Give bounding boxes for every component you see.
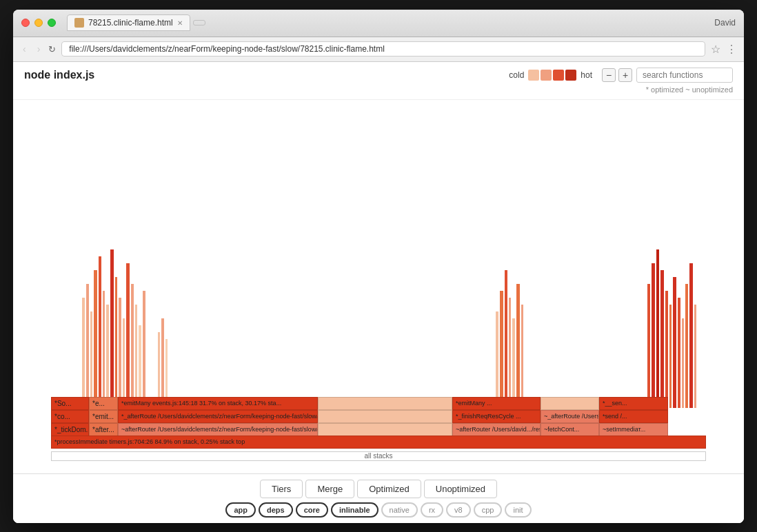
block-empty-4[interactable] [318,423,452,436]
block-after[interactable]: *after... [89,423,118,436]
block-setImmediate[interactable]: ~setImmediат... [599,423,668,436]
block-so[interactable]: *So... [51,397,89,410]
filter-deps[interactable]: deps [259,502,293,518]
svg-rect-11 [126,263,130,408]
maximize-button[interactable] [48,19,56,27]
svg-rect-28 [656,249,659,408]
addressbar: ‹ › ↻ ☆ ⋮ [13,37,744,62]
stack-row-bot: *_tickDom... *after... ~afterRouter /Use… [51,423,706,436]
block-processImmediate[interactable]: *processImmediate timers.js:704:26 84.9%… [51,436,706,449]
filter-core[interactable]: core [296,502,328,518]
heat-legend-row: cold hot − + [509,68,733,83]
block-co[interactable]: *co... [51,410,89,423]
tiers-button[interactable]: Tiers [260,480,303,498]
hot-label: hot [581,70,592,80]
merge-button[interactable]: Merge [305,480,354,498]
flame-viz: *So... *e... *emitMany events.js:145:18 … [13,100,744,473]
filter-cpp[interactable]: cpp [474,502,503,518]
svg-rect-5 [103,291,105,408]
filter-inlinable[interactable]: inlinable [331,502,378,518]
block-send[interactable]: *send /... [599,410,668,423]
svg-rect-34 [682,318,684,408]
block-empty-1[interactable] [318,397,452,410]
block-afterRouter-2[interactable]: ~afterRouter /Users/david.../restify/lib… [452,423,541,436]
stack-row-top: *So... *e... *emitMany events.js:145:18 … [51,397,706,410]
heat-subtitle: * optimized ~ unoptimized [646,85,733,94]
search-input[interactable] [636,68,733,83]
filter-init[interactable]: init [505,502,531,518]
svg-rect-19 [496,311,498,408]
svg-rect-37 [694,305,696,408]
new-tab-button[interactable] [193,20,205,25]
filter-rx[interactable]: rx [421,502,443,518]
minimize-button[interactable] [34,19,43,27]
svg-rect-17 [161,318,164,408]
block-emitMany-2[interactable]: *emitMany ... [452,397,541,410]
heat-controls: − + [602,68,632,82]
unoptimized-button[interactable]: Unoptimized [424,480,497,498]
traffic-lights [21,19,56,27]
block-empty-3[interactable] [318,410,452,423]
svg-rect-32 [673,277,676,408]
optimized-button[interactable]: Optimized [357,480,421,498]
page-content: node index.js cold hot − + [13,62,744,523]
svg-rect-20 [500,291,503,408]
svg-rect-15 [143,291,145,408]
block-e[interactable]: *e... [89,397,118,410]
forward-button[interactable]: › [34,42,43,56]
browser-window: 78215.clinic-flame.html ✕ David ‹ › ↻ ☆ … [13,10,744,523]
filter-native[interactable]: native [381,502,418,518]
block-emit[interactable]: *emit... [89,410,118,423]
block-afterRoute[interactable]: *_afterRoute /Users/davidclements/z/near… [118,410,318,423]
block-fetchCont[interactable]: ~fetchCont... [541,423,599,436]
minus-button[interactable]: − [602,68,616,82]
page-title: node index.js [24,69,94,81]
svg-rect-9 [119,298,121,408]
svg-rect-31 [669,305,672,408]
block-finishReq[interactable]: *_finishReqResCycle ... [452,410,541,423]
svg-rect-22 [509,298,511,408]
svg-rect-27 [652,263,655,408]
swatch-4 [565,70,576,81]
refresh-button[interactable]: ↻ [48,44,56,54]
svg-rect-26 [647,284,650,408]
tab-title: 78215.clinic-flame.html [88,18,173,28]
block-afterRouter[interactable]: ~afterRouter /Users/davidclements/z/near… [118,423,318,436]
svg-rect-2 [90,311,92,408]
block-sen[interactable]: *__sen... [599,397,668,410]
tab-close-button[interactable]: ✕ [177,19,183,27]
swatch-2 [541,70,552,81]
svg-rect-29 [660,270,664,408]
block-tickDom[interactable]: *_tickDom... [51,423,89,436]
filter-app[interactable]: app [225,502,256,518]
view-buttons: Tiers Merge Optimized Unoptimized [260,480,497,498]
unoptimized-label: ~ unoptimized [685,85,733,94]
bookmark-icon[interactable]: ☆ [711,43,720,56]
close-button[interactable] [21,19,30,27]
bottom-controls: Tiers Merge Optimized Unoptimized app de… [13,473,744,523]
swatch-3 [553,70,564,81]
tab-favicon [74,18,84,28]
block-emitMany[interactable]: *emitMany events.js:145:18 31.7% on stac… [118,397,318,410]
menu-icon[interactable]: ⋮ [726,43,737,56]
user-label: David [714,18,736,28]
filter-buttons: app deps core inlinable native rx v8 cpp… [225,502,531,518]
filter-v8[interactable]: v8 [446,502,471,518]
block-afterRoute-2[interactable]: ~_afterRoute /Users/david... [541,410,599,423]
address-input[interactable] [61,41,705,57]
svg-rect-1 [86,284,89,408]
svg-rect-35 [685,284,688,408]
all-stacks-bar[interactable]: all stacks [51,451,706,461]
browser-tab[interactable]: 78215.clinic-flame.html ✕ [67,14,190,31]
back-button[interactable]: ‹ [20,42,29,56]
optimized-label: * optimized [646,85,683,94]
heat-swatches [528,70,576,81]
svg-rect-4 [99,256,101,408]
svg-rect-3 [94,270,97,408]
plus-button[interactable]: + [618,68,632,82]
cold-label: cold [509,70,524,80]
block-empty-2[interactable] [541,397,599,410]
svg-rect-0 [82,298,85,408]
svg-rect-10 [123,318,125,408]
tab-area: 78215.clinic-flame.html ✕ [67,14,205,31]
